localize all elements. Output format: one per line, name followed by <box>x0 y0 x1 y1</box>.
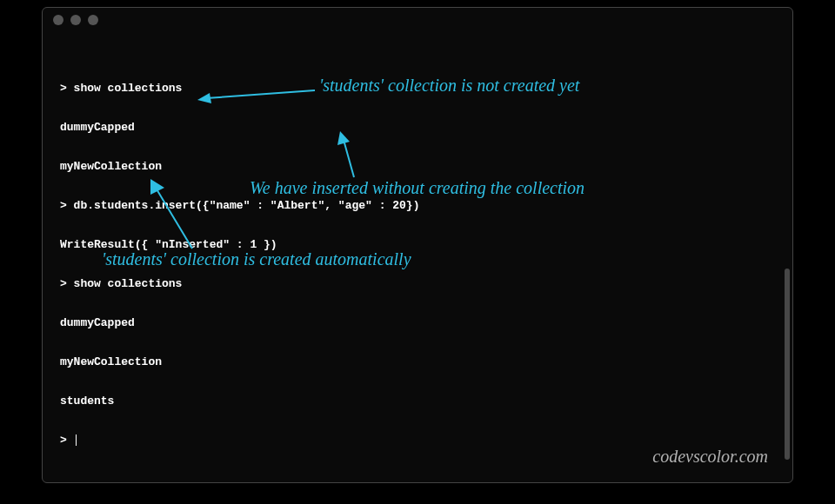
minimize-icon[interactable] <box>70 15 81 25</box>
annotation-text: We have inserted without creating the co… <box>250 178 584 198</box>
terminal-line: > db.students.insert({"name" : "Albert",… <box>60 199 419 212</box>
terminal-prompt: > <box>60 434 419 447</box>
terminal-line: students <box>60 395 419 408</box>
svg-line-4 <box>156 188 192 249</box>
svg-marker-3 <box>337 131 350 145</box>
close-icon[interactable] <box>53 15 63 25</box>
terminal-line: > show collections <box>60 277 419 290</box>
arrow-icon <box>145 177 197 255</box>
svg-line-0 <box>206 90 315 98</box>
terminal-line: dummyCapped <box>60 316 419 329</box>
annotation-text: 'students' collection is not created yet <box>319 76 579 96</box>
svg-marker-5 <box>150 179 164 195</box>
svg-line-2 <box>344 140 354 177</box>
watermark: codevscolor.com <box>652 447 768 467</box>
svg-marker-1 <box>197 93 211 103</box>
scrollbar[interactable] <box>785 269 790 460</box>
title-bar <box>43 8 792 32</box>
annotation-text: 'students' collection is created automat… <box>102 249 411 269</box>
prompt-text: > <box>60 434 74 447</box>
terminal-window: > show collections dummyCapped myNewColl… <box>42 7 793 483</box>
arrow-icon <box>197 77 319 103</box>
terminal-line: myNewCollection <box>60 355 419 368</box>
cursor-icon <box>76 434 77 446</box>
arrow-icon <box>335 129 370 182</box>
maximize-icon[interactable] <box>88 15 98 25</box>
